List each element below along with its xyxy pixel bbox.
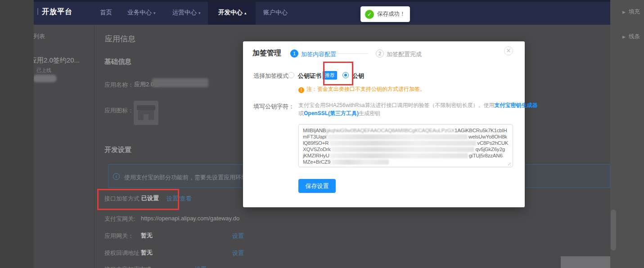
success-check-icon: ✓ bbox=[365, 10, 374, 19]
row-sign-mode-value: 已设置 bbox=[141, 194, 159, 202]
nav-item-dev-center[interactable]: 开发中心▴ bbox=[218, 0, 247, 25]
row-app-gateway-label: 应用网关： bbox=[104, 232, 134, 240]
row-app-gateway-value: 暂无 bbox=[141, 232, 153, 240]
row-auth-callback-value: 暂无 bbox=[141, 249, 153, 257]
alipay-open-platform-page: 开放平台 首页 业务中心▾ 运营中心▾ 开发中心▴ 账户中心 ✓ 保存成功！ 用… bbox=[34, 0, 610, 268]
row-gateway-value: https://openapi.alipay.com/gateway.do bbox=[141, 215, 239, 222]
modal-title: 加签管理 bbox=[252, 49, 281, 58]
nav-top-edge bbox=[34, 0, 610, 2]
key-redacted-text: gkqhkiG9w0BAQEFAAOCAQ8AMIIBCgKCAQEAuLPzG… bbox=[326, 127, 455, 134]
key-generator-link[interactable]: 支付宝密钥生成器 bbox=[494, 102, 537, 108]
nav-item-home[interactable]: 首页 bbox=[100, 0, 112, 25]
row-encrypt-label: 接口内容加密方式： bbox=[104, 265, 157, 268]
key-redacted-block bbox=[329, 141, 476, 146]
section-dev-settings: 开发设置 bbox=[104, 146, 131, 154]
sidebar-app-status-badge: 已上线 bbox=[36, 67, 51, 74]
radio-public-key-cert-label[interactable]: 公钥证书 bbox=[298, 72, 321, 80]
notice-text: 使用支付宝的部分功能前，需要先设置应用环境， bbox=[124, 174, 253, 181]
key-line: mFT3UapiwelsUwYo8OH8k bbox=[303, 134, 509, 140]
chevron-up-icon: ▴ bbox=[244, 11, 247, 15]
editor-left-canvas-strip bbox=[0, 0, 34, 268]
key-redacted-block bbox=[331, 160, 389, 165]
page-scrollbar-thumb[interactable] bbox=[611, 210, 616, 250]
sidebar-appid-redacted bbox=[34, 75, 57, 82]
sidebar-divider bbox=[94, 25, 95, 268]
screenshot-editor-canvas: 开放平台 首页 业务中心▾ 运营中心▾ 开发中心▴ 账户中心 ✓ 保存成功！ 用… bbox=[0, 0, 644, 268]
step-2-circle: 2 bbox=[376, 49, 384, 58]
key-line: MZe+BrCZ9 bbox=[303, 159, 509, 165]
toast-message: 保存成功！ bbox=[377, 10, 405, 18]
radio-public-key-label[interactable]: 公钥 bbox=[352, 72, 364, 80]
app-icon-label: 应用图标： bbox=[104, 107, 134, 115]
key-redacted-block bbox=[327, 134, 468, 139]
sidebar-app-list-header[interactable]: 用列表 bbox=[34, 32, 45, 40]
row-gateway-label: 支付宝网关: bbox=[104, 215, 135, 223]
editor-fill-section[interactable]: ▶填充 bbox=[622, 8, 640, 16]
app-name-redacted bbox=[152, 78, 208, 87]
save-settings-button[interactable]: 保存设置 bbox=[298, 179, 336, 193]
triangle-right-icon: ▶ bbox=[622, 10, 626, 14]
nav-item-operation-center[interactable]: 运营中心▾ bbox=[172, 0, 201, 25]
row-auth-callback-set-link[interactable]: 设置 bbox=[232, 249, 244, 257]
nav-item-account-center[interactable]: 账户中心 bbox=[263, 0, 288, 25]
key-line: XQVSZoDrkqv5jGkZ6y2g bbox=[303, 146, 509, 152]
step-2-label: 加签配置完成 bbox=[387, 50, 422, 58]
sign-management-modal: 加签管理 1 加签内容配置 2 加签配置完成 ✕ 选择加签模式： 公钥证书 推荐… bbox=[243, 41, 525, 207]
storefront-door bbox=[144, 114, 149, 120]
bottom-right-widget bbox=[561, 256, 610, 268]
app-icon-storefront bbox=[134, 101, 158, 125]
close-icon[interactable]: ✕ bbox=[504, 46, 513, 55]
key-line: MIIBIjANBgkqhkiG9w0BAQEFAAOCAQ8AMIIBCgKC… bbox=[303, 127, 509, 134]
key-redacted-block bbox=[331, 147, 474, 152]
radio-selected-dot bbox=[344, 74, 347, 76]
editor-line-section[interactable]: ▶线条 bbox=[622, 33, 640, 40]
save-success-toast: ✓ 保存成功！ bbox=[360, 6, 410, 22]
row-auth-callback-label: 授权回调地址： bbox=[104, 249, 145, 257]
step-1-label: 加签内容配置 bbox=[301, 50, 336, 58]
row-sign-mode-link[interactable]: 设置/查看 bbox=[167, 195, 192, 203]
step-1-circle: 1 bbox=[290, 49, 298, 58]
section-basic-info: 基础信息 bbox=[104, 58, 131, 66]
chevron-down-icon: ▾ bbox=[153, 11, 156, 15]
brand-logo[interactable]: 开放平台 bbox=[37, 7, 72, 17]
radio-public-key-cert[interactable] bbox=[288, 72, 294, 78]
public-key-field-label: 填写公钥字符： bbox=[253, 103, 294, 111]
radio-public-key[interactable] bbox=[342, 72, 349, 78]
fund-api-warning: !注：资金支出类接口不支持公钥的方式进行加签。 bbox=[298, 85, 425, 93]
key-description-line1: 支付宝会用SHA256withRsa算法进行接口调用时的验签（不限制密钥长度）。… bbox=[298, 102, 537, 109]
top-nav: 开放平台 首页 业务中心▾ 运营中心▾ 开发中心▴ 账户中心 bbox=[34, 0, 610, 25]
chevron-down-icon: ▾ bbox=[198, 11, 201, 15]
app-name-label: 应用名称： bbox=[104, 81, 134, 89]
key-line: jKMZIRHyUgiTUj5r8zzAN6 bbox=[303, 152, 509, 159]
row-app-gateway-set-link[interactable]: 设置 bbox=[232, 232, 244, 240]
brand-text: 开放平台 bbox=[42, 8, 72, 15]
recommended-badge: 推荐 bbox=[323, 71, 337, 80]
key-redacted-block bbox=[330, 153, 468, 158]
public-key-textarea[interactable]: MIIBIjANBgkqhkiG9w0BAQEFAAOCAQ8AMIIBCgKC… bbox=[298, 124, 513, 167]
row-sign-mode-label: 接口加签方式： bbox=[104, 195, 145, 203]
openssl-link[interactable]: OpenSSL(第三方工具) bbox=[304, 110, 359, 116]
page-title: 应用信息 bbox=[105, 34, 135, 44]
brand-divider-bar bbox=[37, 8, 38, 15]
warning-icon: ! bbox=[298, 87, 304, 93]
info-icon: i bbox=[113, 173, 120, 180]
key-description-line2: 或OpenSSL(第三方工具)生成密钥 bbox=[298, 110, 380, 117]
key-line: lQ89fSO+RvC8Ps2hCUK bbox=[303, 140, 509, 146]
storefront-awning bbox=[137, 105, 155, 110]
row-encrypt-set-link[interactable]: 设置 bbox=[195, 265, 207, 268]
triangle-right-icon: ▶ bbox=[622, 35, 626, 39]
warning-text: 注：资金支出类接口不支持公钥的方式进行加签。 bbox=[306, 86, 425, 92]
nav-item-business-center[interactable]: 业务中心▾ bbox=[127, 0, 156, 25]
sidebar-app-name[interactable]: 应用2.0签约20... bbox=[34, 56, 80, 65]
step-connector-line bbox=[331, 54, 368, 54]
